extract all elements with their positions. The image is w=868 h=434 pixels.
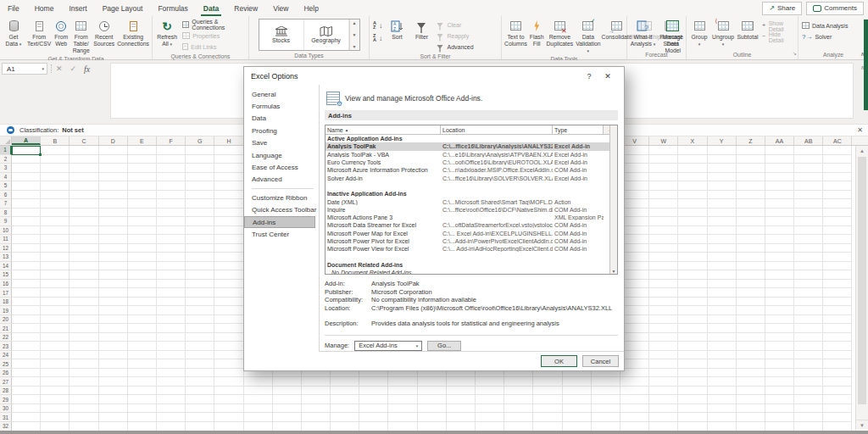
- cell[interactable]: [186, 369, 214, 378]
- cell[interactable]: [678, 369, 707, 378]
- cell[interactable]: [186, 155, 214, 164]
- row-header-24[interactable]: 24: [0, 351, 12, 360]
- data-analysis-button[interactable]: Data Analysis: [800, 20, 849, 31]
- cell[interactable]: [794, 270, 823, 280]
- cell[interactable]: [70, 324, 98, 333]
- cell[interactable]: [214, 270, 243, 280]
- cell[interactable]: [128, 217, 157, 226]
- cell[interactable]: [765, 155, 794, 164]
- cell[interactable]: [128, 155, 157, 164]
- cell[interactable]: [737, 324, 765, 333]
- cell[interactable]: [708, 315, 737, 325]
- cell[interactable]: [41, 333, 70, 342]
- cell[interactable]: [649, 217, 678, 226]
- column-header-E[interactable]: E: [128, 136, 157, 145]
- cell[interactable]: [708, 387, 737, 396]
- column-header-V[interactable]: V: [620, 136, 649, 145]
- cell[interactable]: [678, 155, 707, 164]
- cell[interactable]: [12, 262, 41, 271]
- cell[interactable]: [765, 333, 794, 342]
- column-header-W[interactable]: W: [649, 136, 678, 145]
- cell[interactable]: [476, 377, 504, 387]
- cell[interactable]: [765, 422, 794, 431]
- cell[interactable]: [186, 173, 214, 182]
- cell[interactable]: [418, 387, 447, 396]
- cell[interactable]: [99, 342, 128, 351]
- cell[interactable]: [620, 404, 649, 414]
- cell[interactable]: [41, 270, 70, 280]
- cell[interactable]: [678, 306, 707, 315]
- cell[interactable]: [186, 351, 214, 360]
- cell[interactable]: [708, 155, 737, 164]
- cell[interactable]: [794, 333, 823, 342]
- cell[interactable]: [99, 351, 128, 360]
- cell[interactable]: [128, 244, 157, 253]
- cell[interactable]: [41, 351, 70, 360]
- cell[interactable]: [70, 395, 98, 404]
- cell[interactable]: [214, 173, 243, 182]
- cell[interactable]: [157, 315, 186, 325]
- cell[interactable]: [70, 387, 98, 396]
- dialog-close-icon[interactable]: ✕: [598, 72, 617, 81]
- cell[interactable]: [41, 324, 70, 333]
- cell[interactable]: [794, 306, 823, 315]
- cell[interactable]: [41, 280, 70, 289]
- cell[interactable]: [70, 298, 98, 307]
- cell[interactable]: [649, 324, 678, 333]
- cell[interactable]: [186, 244, 214, 253]
- cell[interactable]: [649, 377, 678, 387]
- cell[interactable]: [186, 298, 214, 307]
- cell[interactable]: [12, 288, 41, 298]
- row-header-22[interactable]: 22: [0, 333, 12, 342]
- cell[interactable]: [823, 244, 852, 253]
- cell[interactable]: [649, 155, 678, 164]
- cell[interactable]: [737, 253, 765, 262]
- cell[interactable]: [823, 226, 852, 236]
- cell[interactable]: [70, 199, 98, 209]
- sort-descending-button[interactable]: ZA↓: [371, 32, 384, 44]
- cell[interactable]: [157, 359, 186, 369]
- column-header-B[interactable]: B: [41, 136, 70, 145]
- cell[interactable]: [737, 181, 765, 191]
- cell[interactable]: [99, 288, 128, 298]
- cell[interactable]: [157, 280, 186, 289]
- cell[interactable]: [41, 164, 70, 173]
- cell[interactable]: [157, 191, 186, 200]
- cell[interactable]: [128, 209, 157, 218]
- queries-connections-button[interactable]: Queries & Connections: [181, 19, 247, 30]
- subtotal-button[interactable]: Subtotal: [736, 18, 760, 42]
- cancel-button[interactable]: Cancel: [582, 355, 619, 367]
- cell[interactable]: [273, 404, 302, 414]
- cell[interactable]: [99, 181, 128, 191]
- cell[interactable]: [157, 387, 186, 396]
- cell[interactable]: [128, 333, 157, 342]
- cell[interactable]: [708, 395, 737, 404]
- cell[interactable]: [70, 173, 98, 182]
- row-header-23[interactable]: 23: [0, 342, 12, 351]
- cell[interactable]: [273, 413, 302, 422]
- cell[interactable]: [128, 181, 157, 191]
- column-header-type[interactable]: Type: [553, 125, 604, 134]
- cell[interactable]: [708, 359, 737, 369]
- cell[interactable]: [128, 359, 157, 369]
- cell[interactable]: [214, 369, 243, 378]
- cell[interactable]: [737, 342, 765, 351]
- cell[interactable]: [620, 333, 649, 342]
- cell[interactable]: [12, 351, 41, 360]
- row-header-18[interactable]: 18: [0, 298, 12, 307]
- cell[interactable]: [157, 181, 186, 191]
- cell[interactable]: [794, 404, 823, 414]
- cell[interactable]: [823, 342, 852, 351]
- cell[interactable]: [678, 413, 707, 422]
- cell[interactable]: [794, 173, 823, 182]
- cell[interactable]: [214, 377, 243, 387]
- cell[interactable]: [678, 351, 707, 360]
- cell[interactable]: [737, 226, 765, 236]
- cell[interactable]: [186, 191, 214, 200]
- cell[interactable]: [620, 244, 649, 253]
- cell[interactable]: [794, 253, 823, 262]
- cell[interactable]: [359, 413, 388, 422]
- cell[interactable]: [273, 377, 302, 387]
- get-data-button[interactable]: Get Data ▾: [2, 18, 25, 48]
- cell[interactable]: [794, 226, 823, 236]
